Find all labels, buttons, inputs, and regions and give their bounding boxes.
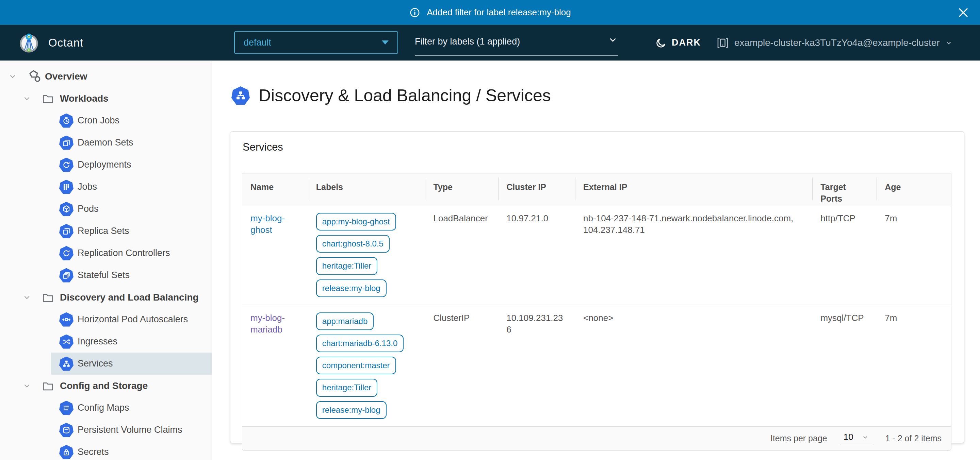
chevron-down-icon[interactable] <box>22 94 31 103</box>
cell-type: ClusterIP <box>425 305 498 426</box>
sidebar-item-cron-jobs[interactable]: Cron Jobs <box>51 109 212 132</box>
service-link[interactable]: my-blog-ghost <box>250 213 285 235</box>
sidebar-item-ingresses[interactable]: Ingresses <box>51 330 212 352</box>
banner-message: Added filter for label release:my-blog <box>427 7 571 18</box>
label-filter-text: Filter by labels (1 applied) <box>415 35 520 47</box>
app-title: Octant <box>48 36 83 49</box>
page-title-row: Discovery & Load Balancing / Services <box>231 86 551 105</box>
column-header-labels: Labels <box>308 173 425 205</box>
persistent-volume-claims-icon <box>59 423 73 437</box>
label-chip: chart:ghost-8.0.5 <box>316 235 390 252</box>
sidebar-item-stateful-sets[interactable]: Stateful Sets <box>51 264 212 286</box>
folder-icon <box>41 92 54 105</box>
sidebar-item-label: Ingresses <box>78 336 118 347</box>
sidebar-item-jobs[interactable]: Jobs <box>51 176 212 198</box>
table-row: my-blog-ghostapp:my-blog-ghostchart:ghos… <box>242 205 951 305</box>
sidebar-item-label: Overview <box>45 71 88 82</box>
sidebar-item-label: Replica Sets <box>78 226 129 236</box>
cron-jobs-icon <box>59 114 73 128</box>
jobs-icon <box>59 180 73 194</box>
namespace-value: default <box>243 37 271 48</box>
chevron-down-icon[interactable] <box>8 72 17 81</box>
sidebar-item-secrets[interactable]: Secrets <box>51 441 212 460</box>
column-header-name: Name <box>242 173 308 205</box>
sidebar-item-label: Pods <box>78 204 99 214</box>
cell-external-ip: <none> <box>575 305 812 426</box>
sidebar-item-label: Stateful Sets <box>78 270 130 281</box>
namespace-select[interactable]: default <box>234 31 398 54</box>
column-header-target-ports: Target Ports <box>812 173 877 205</box>
label-chip: component:master <box>316 357 396 374</box>
sidebar-item-overview[interactable]: Overview <box>0 65 212 87</box>
label-chip: heritage:Tiller <box>316 257 378 275</box>
sidebar-item-label: Persistent Volume Claims <box>78 425 182 435</box>
label-chip: app:my-blog-ghost <box>316 213 396 230</box>
cell-type: LoadBalancer <box>425 205 498 305</box>
cell-name: my-blog-ghost <box>242 205 308 305</box>
folder-icon <box>41 379 54 392</box>
items-per-page-label: Items per page <box>770 433 827 443</box>
cell-cluster-ip: 10.97.21.0 <box>498 205 575 305</box>
services-card: Services NameLabelsTypeCluster IPExterna… <box>230 131 964 443</box>
moon-icon <box>655 37 667 49</box>
sidebar-item-label: Replication Controllers <box>78 248 170 259</box>
sidebar-item-deployments[interactable]: Deployments <box>51 154 212 176</box>
pagination-range: 1 - 2 of 2 items <box>885 433 942 443</box>
sidebar-item-workloads[interactable]: Workloads <box>0 87 212 109</box>
banner-close-icon[interactable] <box>957 6 970 19</box>
sidebar-item-label: Config Maps <box>78 403 129 413</box>
overview-icon <box>27 68 43 85</box>
sidebar-item-label: Deployments <box>78 159 131 170</box>
info-icon <box>409 7 421 18</box>
chevron-down-icon[interactable] <box>22 381 31 390</box>
sidebar-item-label: Services <box>78 358 113 369</box>
horizontal-pod-autoscalers-icon <box>59 312 73 327</box>
items-per-page-select[interactable]: 10 <box>840 432 872 445</box>
sidebar-item-discovery-and-load-balancing[interactable]: Discovery and Load Balancing <box>0 286 212 308</box>
cell-name: my-blog-mariadb <box>242 305 308 426</box>
replication-controllers-icon <box>59 246 73 260</box>
label-chip: release:my-blog <box>316 279 387 297</box>
sidebar-item-config-and-storage[interactable]: Config and Storage <box>0 375 212 397</box>
sidebar-item-replication-controllers[interactable]: Replication Controllers <box>51 242 212 264</box>
sidebar-item-horizontal-pod-autoscalers[interactable]: Horizontal Pod Autoscalers <box>51 308 212 330</box>
sidebar-item-replica-sets[interactable]: Replica Sets <box>51 220 212 242</box>
brand: Octant <box>18 25 83 60</box>
services-icon <box>59 357 73 371</box>
chevron-down-icon <box>945 39 953 47</box>
octant-logo <box>18 32 40 53</box>
cell-cluster-ip: 10.109.231.236 <box>498 305 575 426</box>
config-maps-icon <box>59 401 73 415</box>
items-per-page-value: 10 <box>843 432 853 442</box>
service-link[interactable]: my-blog-mariadb <box>250 313 285 335</box>
label-filter-input[interactable]: Filter by labels (1 applied) <box>415 35 618 56</box>
cell-labels: app:my-blog-ghostchart:ghost-8.0.5herita… <box>308 205 425 305</box>
table-body: my-blog-ghostapp:my-blog-ghostchart:ghos… <box>242 205 951 427</box>
sidebar-item-pods[interactable]: Pods <box>51 198 212 220</box>
sidebar: OverviewWorkloadsCron JobsDaemon SetsDep… <box>0 60 212 460</box>
table-row: my-blog-mariadbapp:mariadbchart:mariadb-… <box>242 305 951 427</box>
cell-external-ip: nb-104-237-148-71.newark.nodebalancer.li… <box>575 205 812 305</box>
context-selector[interactable]: example-cluster-ka3TuTzYo4a@example-clus… <box>716 36 953 50</box>
column-header-external-ip: External IP <box>575 173 812 205</box>
sidebar-item-config-maps[interactable]: Config Maps <box>51 397 212 419</box>
chevron-down-icon <box>608 35 618 45</box>
card-title: Services <box>243 141 964 153</box>
chevron-down-icon[interactable] <box>22 293 31 302</box>
cell-target-ports: http/TCP <box>812 205 877 305</box>
cell-age: 7m <box>877 305 951 426</box>
sidebar-item-services[interactable]: Services <box>51 352 212 375</box>
secrets-icon <box>59 445 73 459</box>
folder-icon <box>41 291 54 304</box>
column-header-type: Type <box>425 173 498 205</box>
replica-sets-icon <box>59 224 73 238</box>
sidebar-item-daemon-sets[interactable]: Daemon Sets <box>51 132 212 154</box>
label-chip: heritage:Tiller <box>316 379 378 397</box>
services-table: NameLabelsTypeCluster IPExternal IPTarge… <box>242 173 951 451</box>
sidebar-item-persistent-volume-claims[interactable]: Persistent Volume Claims <box>51 419 212 441</box>
page-title: Discovery & Load Balancing / Services <box>259 86 551 105</box>
notification-banner: Added filter for label release:my-blog <box>0 0 980 25</box>
deployments-icon <box>59 158 73 172</box>
app-header: Octant default Filter by labels (1 appli… <box>0 25 980 60</box>
theme-toggle-button[interactable]: DARK <box>655 37 701 49</box>
